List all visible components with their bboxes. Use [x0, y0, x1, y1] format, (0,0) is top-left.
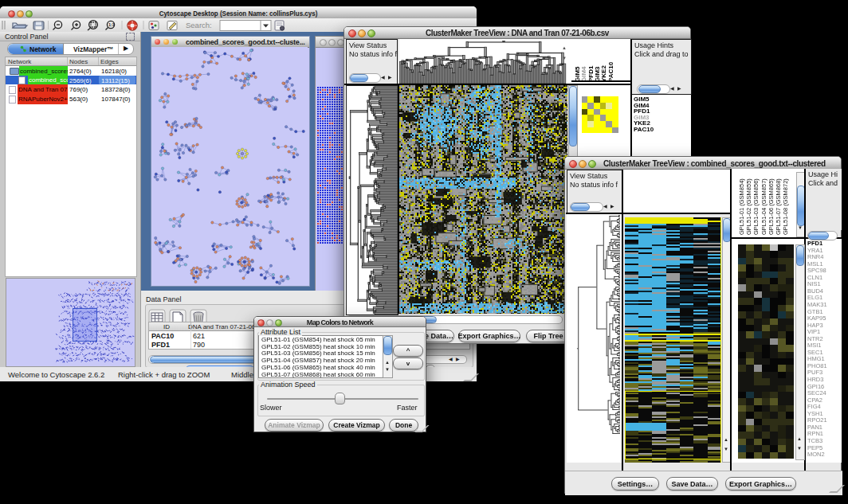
svg-text:1:1: 1:1 [108, 22, 114, 27]
svg-text:Search:: Search: [186, 21, 212, 29]
